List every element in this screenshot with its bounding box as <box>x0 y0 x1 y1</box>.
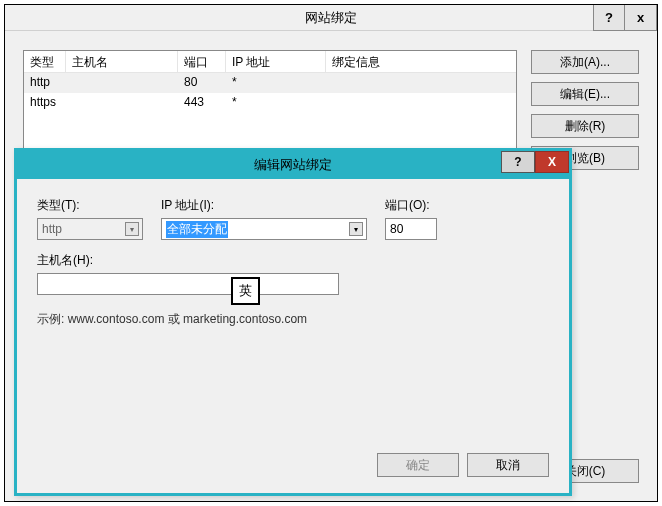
ip-label: IP 地址(I): <box>161 197 367 214</box>
col-header-info[interactable]: 绑定信息 <box>326 51 516 72</box>
help-button[interactable]: ? <box>593 5 625 31</box>
table-row[interactable]: http 80 * <box>24 73 516 93</box>
type-group: 类型(T): http ▾ <box>37 197 143 240</box>
ip-value: 全部未分配 <box>166 221 228 238</box>
form-row-2: 主机名(H): <box>37 252 549 295</box>
modal-close-button[interactable]: X <box>535 151 569 173</box>
cancel-button[interactable]: 取消 <box>467 453 549 477</box>
col-header-type[interactable]: 类型 <box>24 51 66 72</box>
cell-info <box>326 93 516 113</box>
port-group: 端口(O): 80 <box>385 197 437 240</box>
cell-type: http <box>24 73 66 93</box>
col-header-ip[interactable]: IP 地址 <box>226 51 326 72</box>
host-group: 主机名(H): <box>37 252 339 295</box>
type-label: 类型(T): <box>37 197 143 214</box>
modal-body: 类型(T): http ▾ IP 地址(I): 全部未分配 ▾ 端口(O): 8… <box>17 179 569 493</box>
cell-host <box>66 73 178 93</box>
ime-indicator[interactable]: 英 <box>231 277 260 305</box>
cell-host <box>66 93 178 113</box>
remove-button[interactable]: 删除(R) <box>531 114 639 138</box>
modal-titlebar: 编辑网站绑定 ? X <box>17 151 569 179</box>
port-input[interactable]: 80 <box>385 218 437 240</box>
cell-ip: * <box>226 93 326 113</box>
port-value: 80 <box>390 222 403 236</box>
cell-port: 80 <box>178 73 226 93</box>
add-button[interactable]: 添加(A)... <box>531 50 639 74</box>
host-input[interactable] <box>37 273 339 295</box>
port-label: 端口(O): <box>385 197 437 214</box>
type-combo: http ▾ <box>37 218 143 240</box>
cell-ip: * <box>226 73 326 93</box>
modal-footer: 确定 取消 <box>377 453 549 477</box>
ip-group: IP 地址(I): 全部未分配 ▾ <box>161 197 367 240</box>
edit-button[interactable]: 编辑(E)... <box>531 82 639 106</box>
cell-port: 443 <box>178 93 226 113</box>
cell-info <box>326 73 516 93</box>
parent-titlebar: 网站绑定 ? x <box>5 5 657 31</box>
parent-window-title: 网站绑定 <box>5 9 657 27</box>
close-button[interactable]: x <box>625 5 657 31</box>
ok-button: 确定 <box>377 453 459 477</box>
table-row[interactable]: https 443 * <box>24 93 516 113</box>
modal-title: 编辑网站绑定 <box>17 156 569 174</box>
col-header-port[interactable]: 端口 <box>178 51 226 72</box>
modal-title-buttons: ? X <box>501 151 569 179</box>
host-label: 主机名(H): <box>37 252 339 269</box>
modal-help-button[interactable]: ? <box>501 151 535 173</box>
edit-binding-modal: 编辑网站绑定 ? X 类型(T): http ▾ IP 地址(I): 全部未分配… <box>14 148 572 496</box>
example-text: 示例: www.contoso.com 或 marketing.contoso.… <box>37 311 549 328</box>
parent-title-buttons: ? x <box>593 5 657 30</box>
form-row-1: 类型(T): http ▾ IP 地址(I): 全部未分配 ▾ 端口(O): 8… <box>37 197 549 240</box>
cell-type: https <box>24 93 66 113</box>
ip-combo[interactable]: 全部未分配 ▾ <box>161 218 367 240</box>
chevron-down-icon: ▾ <box>125 222 139 236</box>
list-header: 类型 主机名 端口 IP 地址 绑定信息 <box>24 51 516 73</box>
col-header-host[interactable]: 主机名 <box>66 51 178 72</box>
chevron-down-icon[interactable]: ▾ <box>349 222 363 236</box>
type-value: http <box>42 222 62 236</box>
